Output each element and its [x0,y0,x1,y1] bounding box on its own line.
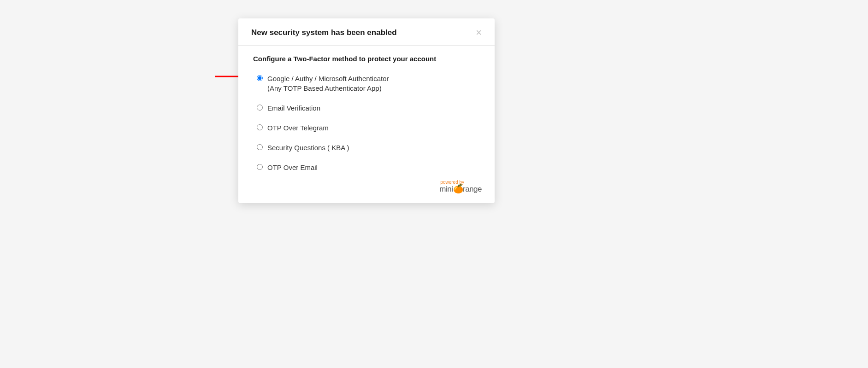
radio-email-verification[interactable] [257,105,263,111]
modal-footer: powered by mini🍊range [238,180,495,203]
option-otp-telegram[interactable]: OTP Over Telegram [257,123,480,133]
modal-body: Configure a Two-Factor method to protect… [238,46,495,180]
option-label: Security Questions ( KBA ) [267,143,349,152]
option-label: OTP Over Telegram [267,123,329,133]
miniorange-logo: mini🍊range [439,185,482,193]
option-label: Email Verification [267,103,320,113]
option-label: Google / Authy / Microsoft Authenticator… [267,74,389,93]
security-modal: New security system has been enabled × C… [238,18,495,203]
option-authenticator[interactable]: Google / Authy / Microsoft Authenticator… [257,74,480,93]
close-button[interactable]: × [476,28,482,38]
option-otp-email[interactable]: OTP Over Email [257,163,480,172]
two-factor-options: Google / Authy / Microsoft Authenticator… [257,74,480,172]
option-email-verification[interactable]: Email Verification [257,103,480,113]
option-label: OTP Over Email [267,163,318,172]
radio-authenticator[interactable] [257,75,263,81]
modal-header: New security system has been enabled × [238,18,495,46]
powered-by-branding: powered by mini🍊range [439,180,482,194]
modal-title: New security system has been enabled [251,28,397,37]
close-icon: × [476,27,482,38]
option-security-questions[interactable]: Security Questions ( KBA ) [257,143,480,152]
radio-otp-email[interactable] [257,164,263,170]
orange-icon: 🍊 [453,184,463,193]
radio-otp-telegram[interactable] [257,124,263,130]
radio-security-questions[interactable] [257,144,263,150]
modal-subtitle: Configure a Two-Factor method to protect… [253,55,480,63]
